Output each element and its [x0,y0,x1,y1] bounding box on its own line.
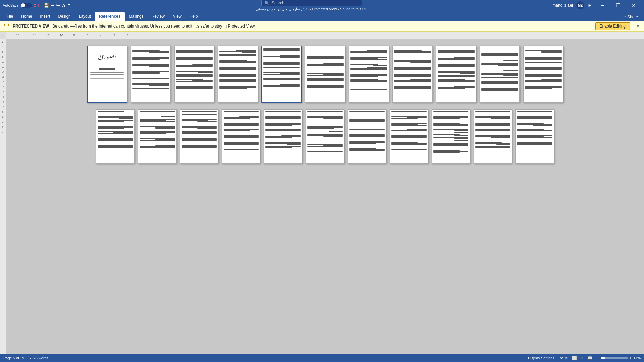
minimize-button[interactable]: ─ [595,0,610,11]
page-thumb-5[interactable] [261,46,302,103]
svg-text:بسم الله: بسم الله [98,52,116,61]
ruler-mark-8: 8 [73,34,75,37]
autosave-toggle[interactable] [20,3,32,8]
horizontal-ruler: 18 14 12 10 8 6 4 2 2 [6,32,644,39]
page-info: Page 5 of 19 [3,356,24,360]
page-thumb-11[interactable] [523,46,563,103]
autosave-label: AutoSave [3,3,19,7]
autosave-area: AutoSave Off [3,3,39,8]
pv-message: Be careful—files from the Internet can c… [52,24,592,29]
page-thumb-8[interactable] [392,46,433,103]
page-thumb-22[interactable] [515,109,554,164]
restore-button[interactable]: ❒ [610,0,626,11]
ruler-mark-4: 4 [100,34,102,37]
tab-mailings[interactable]: Mailings [125,12,147,21]
avatar: MZ [576,1,584,9]
close-button[interactable]: ✕ [626,0,641,11]
save-icon[interactable]: 💾 [44,3,49,8]
tab-file[interactable]: File [3,12,17,21]
autosave-knob [21,3,25,7]
share-label: Share [627,15,638,19]
print-icon[interactable]: 🖨 [61,3,66,8]
search-bar[interactable]: 🔍 Search [261,0,362,6]
zoom-percent: 17% [633,356,641,360]
zoom-slider[interactable] [601,357,628,359]
tab-home[interactable]: Home [17,12,36,21]
share-icon: ↗ [623,15,626,19]
pv-close-button[interactable]: ✕ [636,23,640,29]
page-row-1: بسم الله [87,46,563,103]
title-graphic: بسم الله [98,50,116,65]
title-bar-left: AutoSave Off 💾 ↩ ↪ 🖨 ▼ [3,3,71,8]
tab-design[interactable]: Design [54,12,75,21]
title-bar-right: mahdi ziaei MZ ⊞ ─ ❒ ✕ [552,0,641,11]
page-thumb-14[interactable] [180,109,218,164]
customize-icon[interactable]: ▼ [67,3,71,8]
page-row-2 [96,109,554,164]
protected-view-bar: 🛡 PROTECTED VIEW Be careful—files from t… [0,21,644,32]
page-thumb-20[interactable] [432,109,470,164]
ruler-mark-12: 12 [46,34,50,37]
page-thumb-9[interactable] [436,46,476,103]
read-mode-view-button[interactable]: 📖 [587,355,593,361]
zoom-in-button[interactable]: + [630,356,632,360]
ruler-mark-2b: 2 [127,34,129,37]
ruler-mark-18: 18 [16,34,19,37]
pages-container: بسم الله [13,46,637,164]
page-thumb-6[interactable] [305,46,345,103]
quick-access-toolbar: 💾 ↩ ↪ 🖨 ▼ [44,3,71,8]
status-bar: Page 5 of 19 7023 words Display Settings… [0,354,644,362]
page-thumb-21[interactable] [474,109,512,164]
redo-icon[interactable]: ↪ [56,3,60,8]
title-bar: AutoSave Off 💾 ↩ ↪ 🖨 ▼ 🔍 Search نقش سازم… [0,0,644,11]
page-thumb-7[interactable] [349,46,389,103]
tab-help[interactable]: Help [186,12,202,21]
focus-button[interactable]: Focus [558,356,568,360]
ruler-container: ⌐ 18 14 12 10 8 6 4 2 2 [0,32,644,39]
window-controls: ─ ❒ ✕ [595,0,641,11]
tab-view[interactable]: View [169,12,186,21]
ribbon-tabs: File Home Insert Design Layout Reference… [0,11,644,21]
shield-icon: 🛡 [4,23,9,29]
document-title: نقش سازمان ملل در بحران بوسنی - Protecte… [256,7,368,11]
tab-insert[interactable]: Insert [36,12,54,21]
ruler-mark-10: 10 [60,34,63,37]
page-thumb-16[interactable] [264,109,302,164]
page-thumb-12[interactable] [96,109,135,164]
tab-references[interactable]: References [95,12,125,21]
status-left: Page 5 of 19 7023 words [3,356,48,360]
autosave-state: Off [34,3,39,7]
ruler-mark-2: 2 [113,34,115,37]
ruler-mark-14: 14 [33,34,36,37]
page-thumb-2[interactable] [131,46,171,103]
document-viewport[interactable]: بسم الله [6,39,644,354]
page-thumb-4[interactable] [218,46,258,103]
print-layout-view-button[interactable]: ⬜ [571,355,578,361]
tab-layout[interactable]: Layout [75,12,95,21]
page-thumb-17[interactable] [306,109,344,164]
page-thumb-13[interactable] [138,109,177,164]
zoom-out-button[interactable]: ─ [597,356,599,360]
enable-editing-button[interactable]: Enable Editing [595,22,630,30]
user-name: mahdi ziaei [552,3,573,8]
page-thumb-15[interactable] [222,109,260,164]
ruler-corner: ⌐ [0,32,6,39]
page-thumb-1[interactable]: بسم الله [87,46,127,103]
ruler-mark-6: 6 [87,34,88,37]
web-layout-view-button[interactable]: ≡ [579,355,586,361]
page-thumb-10[interactable] [480,46,520,103]
pv-title: PROTECTED VIEW [13,24,49,29]
title-bar-center: 🔍 Search نقش سازمان ملل در بحران بوسنی -… [71,0,552,11]
page-thumb-3[interactable] [174,46,214,103]
vertical-ruler: 2 4 6 8 10 12 14 16 18 18 16 14 12 10 8 … [0,39,6,354]
share-button[interactable]: ↗ Share [619,13,641,21]
user-initials: MZ [578,4,583,7]
undo-icon[interactable]: ↩ [51,3,55,8]
ribbon-display-icon[interactable]: ⊞ [588,3,592,8]
tab-review[interactable]: Review [148,12,169,21]
word-count: 7023 words [29,356,48,360]
zoom-controls: ─ + 17% [597,356,641,360]
page-thumb-18[interactable] [348,109,386,164]
display-settings-button[interactable]: Display Settings [528,356,554,360]
page-thumb-19[interactable] [390,109,428,164]
